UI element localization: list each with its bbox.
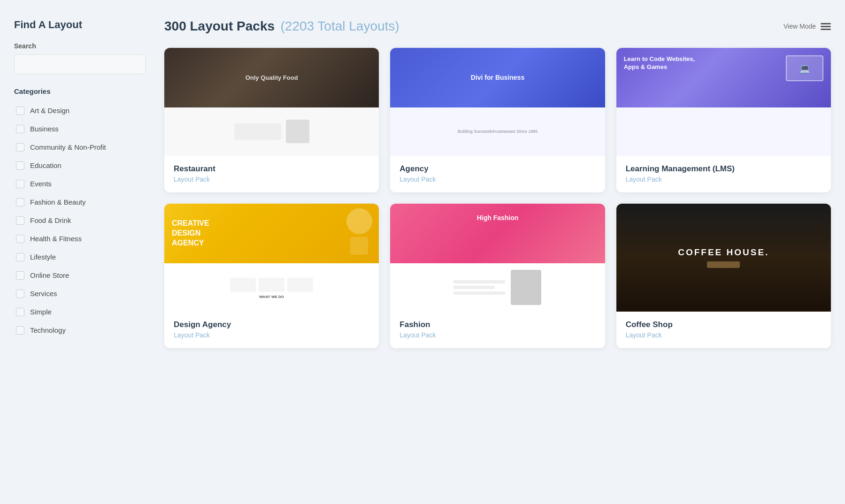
card-type-lms: Layout Pack [626,176,822,183]
layout-card-agency[interactable]: Agency Layout Pack [390,48,605,192]
main-title-group: 300 Layout Packs (2203 Total Layouts) [164,19,399,34]
category-item-business[interactable]: Business [14,120,146,137]
category-checkbox-community[interactable] [16,143,24,152]
category-item-art-design[interactable]: Art & Design [14,102,146,119]
card-type-coffee-shop: Layout Pack [626,331,822,339]
category-checkbox-services[interactable] [16,290,24,298]
search-input[interactable] [14,54,146,74]
category-checkbox-business[interactable] [16,125,24,133]
card-name-agency: Agency [399,164,595,174]
category-name-education: Education [30,160,61,170]
card-type-design-agency: Layout Pack [174,331,369,339]
card-info-agency: Agency Layout Pack [390,156,605,192]
category-name-services: Services [30,289,57,298]
card-image-lms: Learn to Code Websites,Apps & Games 💻 [616,48,831,156]
card-name-lms: Learning Management (LMS) [626,164,822,174]
card-name-design-agency: Design Agency [174,320,369,329]
main-header: 300 Layout Packs (2203 Total Layouts) Vi… [164,19,831,34]
category-item-food-drink[interactable]: Food & Drink [14,212,146,229]
layout-card-fashion[interactable]: High Fashion Fashion Layo [390,204,605,348]
card-image-restaurant [164,48,379,156]
category-item-online-store[interactable]: Online Store [14,267,146,284]
search-label: Search [14,42,146,50]
card-type-agency: Layout Pack [399,176,595,183]
category-name-fashion-beauty: Fashion & Beauty [30,197,85,207]
view-mode-icon [821,22,831,31]
card-info-lms: Learning Management (LMS) Layout Pack [616,156,831,192]
category-checkbox-education[interactable] [16,161,24,170]
category-item-technology[interactable]: Technology [14,321,146,339]
card-image-design-agency: CreativeDesignAgency [164,204,379,312]
card-image-agency [390,48,605,156]
category-item-lifestyle[interactable]: Lifestyle [14,248,146,266]
category-name-online-store: Online Store [30,270,69,280]
category-name-technology: Technology [30,325,66,335]
category-item-health-fitness[interactable]: Health & Fitness [14,230,146,247]
main-content: 300 Layout Packs (2203 Total Layouts) Vi… [164,19,831,485]
layout-card-coffee-shop[interactable]: COFFEE HOUSE. Coffee Shop Layout Pack [616,204,831,348]
category-checkbox-events[interactable] [16,180,24,188]
main-title: 300 Layout Packs [164,19,275,33]
category-name-lifestyle: Lifestyle [30,252,56,262]
category-name-events: Events [30,179,52,189]
view-mode-label: View Mode [784,23,816,30]
card-info-coffee-shop: Coffee Shop Layout Pack [616,312,831,348]
app-container: Find A Layout Search Categories Art & De… [0,0,845,504]
category-checkbox-fashion-beauty[interactable] [16,198,24,206]
card-info-restaurant: Restaurant Layout Pack [164,156,379,192]
category-name-community: Community & Non-Profit [30,142,106,152]
sidebar: Find A Layout Search Categories Art & De… [14,19,146,485]
category-item-events[interactable]: Events [14,175,146,192]
card-type-fashion: Layout Pack [399,331,595,339]
category-name-business: Business [30,124,59,134]
category-item-education[interactable]: Education [14,157,146,174]
category-list: Art & Design Business Community & Non-Pr… [14,102,146,339]
category-name-art-design: Art & Design [30,106,69,115]
layout-card-design-agency[interactable]: CreativeDesignAgency [164,204,379,348]
category-item-community[interactable]: Community & Non-Profit [14,138,146,156]
card-info-fashion: Fashion Layout Pack [390,312,605,348]
category-item-services[interactable]: Services [14,285,146,302]
card-name-fashion: Fashion [399,320,595,329]
category-checkbox-simple[interactable] [16,308,24,316]
category-checkbox-online-store[interactable] [16,271,24,280]
main-title-count: (2203 Total Layouts) [280,19,399,33]
layout-card-restaurant[interactable]: Restaurant Layout Pack [164,48,379,192]
layout-grid: Restaurant Layout Pack Agency Layout Pac… [164,48,831,348]
category-checkbox-health-fitness[interactable] [16,235,24,243]
sidebar-title: Find A Layout [14,19,146,31]
card-info-design-agency: Design Agency Layout Pack [164,312,379,348]
categories-label: Categories [14,87,146,95]
category-name-health-fitness: Health & Fitness [30,234,82,244]
category-checkbox-art-design[interactable] [16,107,24,115]
card-name-coffee-shop: Coffee Shop [626,320,822,329]
category-name-food-drink: Food & Drink [30,215,71,225]
category-checkbox-technology[interactable] [16,326,24,335]
card-image-coffee-shop: COFFEE HOUSE. [616,204,831,312]
category-checkbox-lifestyle[interactable] [16,253,24,261]
category-name-simple: Simple [30,307,52,317]
card-type-restaurant: Layout Pack [174,176,369,183]
card-name-restaurant: Restaurant [174,164,369,174]
category-item-simple[interactable]: Simple [14,303,146,321]
view-mode-button[interactable]: View Mode [784,22,831,31]
category-checkbox-food-drink[interactable] [16,216,24,225]
card-image-fashion: High Fashion [390,204,605,312]
layout-card-lms[interactable]: Learn to Code Websites,Apps & Games 💻 Le… [616,48,831,192]
category-item-fashion-beauty[interactable]: Fashion & Beauty [14,193,146,211]
